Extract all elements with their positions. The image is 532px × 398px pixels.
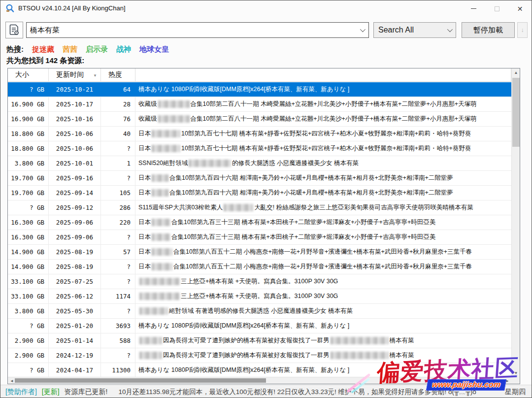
row-size: 3.800 GB [8,304,49,318]
censored-blur [152,263,172,270]
censored-blur [331,337,389,344]
row-date: 2025-10-21 [49,82,101,97]
row-size: 3.800 GB [8,156,49,170]
table-row[interactable]: 3.800 GB 2025-05-30 ? 絕對領域 有著透明感的修長大腿誘惑 … [8,304,511,319]
table-row[interactable]: ? GB 2025-01-20 3693 橋本ありな 1080P刮削收藏版[DM… [8,319,511,333]
table-row[interactable]: 2.900 GB 2024-12-19 ? 因為長得太可愛了遭到嫉妒的橋本有菜被… [8,348,511,363]
table-row[interactable]: ? GB 2025-10-21 64 橋本ありな 1080P刮削收藏版[DMM原… [8,82,511,97]
row-date: 2025-09-06 [49,230,101,244]
table-row[interactable]: ? GB 2024-04-17 11300 橋本ありな 1080P刮削收藏版[D… [8,363,511,377]
censored-blur [152,189,168,197]
table-row[interactable]: 33.100 GB 2025-06-12 1174 三上悠亞+橋本有菜 +天使萌… [8,289,511,304]
maximize-button[interactable] [485,0,508,17]
status-bar: [赞助作者] [更新] 资源库已更新! 10月还差1135.98元才能回本，最近… [0,385,532,398]
row-size: 33.100 GB [8,274,49,289]
row-date: 2025-10-06 [49,127,101,141]
row-date: 2025-10-17 [49,97,101,111]
row-date: 2025-08-19 [49,260,101,274]
row-size: ? GB [8,363,49,377]
row-heat: 220 [101,215,135,230]
table-row[interactable]: ? GB 2025-09-12 286 S115週年SP大共演03榨乾素人大亂交… [8,200,511,215]
chevron-down-icon [360,27,366,32]
table-header: 大小 更新时间 ▼ 热度 [8,68,520,82]
minimize-button[interactable] [462,0,485,17]
row-title: 三上悠亞+橋本有菜 +天使萌。寫真合集。3100P 30V 30G [135,289,511,303]
horizontal-scroll-thumb[interactable] [15,378,266,383]
table-row[interactable]: 16.900 GB 2025-10-16 76 收藏级合集10部第二百八十一期 … [8,112,511,127]
engine-select[interactable]: Search All [373,22,456,38]
scroll-down-icon[interactable]: ▼ [512,369,520,377]
table-row[interactable]: 3.800 GB 2025-10-01 1 SSNI520絕對領域 的修長大腿誘… [8,156,511,171]
censored-blur [152,174,168,182]
row-heat: 3693 [101,319,135,333]
row-date: 2025-10-16 [49,112,101,126]
column-header-date[interactable]: 更新时间 ▼ [49,68,101,81]
hot-search-item[interactable]: 捉迷藏 [32,45,54,54]
horizontal-scrollbar[interactable]: ◄ ► [8,377,520,384]
row-size: 33.100 GB [8,289,49,303]
row-title: 三上悠亞+橋本有菜 +天使萌。寫真合集。3100P 30V 30G [135,274,511,289]
search-value: 橋本有菜 [27,26,356,35]
close-icon: ✕ [517,5,523,13]
row-date: 2025-09-14 [49,186,101,200]
row-heat: 286 [101,200,135,215]
row-date: 2025-10-01 [49,156,101,170]
chevron-down-icon [447,27,453,32]
scroll-up-icon[interactable]: ▲ [512,68,520,76]
row-date: 2025-08-19 [49,245,101,259]
search-dropdown-button[interactable] [356,28,368,32]
scroll-right-icon[interactable]: ► [503,377,511,384]
sort-desc-icon: ▼ [93,73,97,78]
row-title: 橋本ありな 1080P刮削收藏版[DMM原档]x264[桥本有菜、新有菜、新あり… [135,363,511,377]
table-row[interactable]: 16.300 GB 2025-09-06 ? 日本合集10部第九百三十三期 橋本… [8,230,511,245]
table-row[interactable]: 14.900 GB 2025-08-19 57 日本合集10部第八百五十二期 小… [8,245,511,260]
app-window: BTSOU v24.10.24 [All By KiongChan] ✕ 橋本有… [0,0,532,398]
engine-dropdown-button[interactable] [443,28,456,32]
sponsor-link[interactable]: [赞助作者] [5,388,37,397]
vertical-scroll-thumb[interactable] [512,78,520,147]
row-date: 2024-12-19 [49,348,101,363]
table-row[interactable]: 2.900 GB 2025-01-14 588 因為長得太可愛了遭到嫉妒的橋本有… [8,333,511,348]
close-button[interactable]: ✕ [508,0,532,17]
row-heat: 105 [101,186,135,200]
load-spinner-button[interactable]: ↓ [517,22,528,38]
column-header-heat[interactable]: 热度 [101,68,135,81]
row-heat: ? [101,141,135,156]
row-date: 2025-01-20 [49,319,101,333]
row-heat: ? [101,260,135,274]
table-row[interactable]: 18.800 GB 2025-10-06 ? 日本10部第九百七十七期 橋本有菜… [8,141,511,156]
row-size: 2.900 GB [8,333,49,348]
pause-load-button[interactable]: 暫停加載 [462,22,515,38]
row-title: 日本合集10部第八百五十二期 小梅惠奈+南條一花+月野琴音+濱邊彌生+橋本有菜+… [135,260,511,274]
censored-blur [139,293,180,300]
row-title: 因為長得太可愛了遭到嫉妒的橋本有菜被好友報復找了一群男 橋本有菜 [135,348,511,363]
search-settings-button[interactable] [5,22,23,38]
row-heat: 588 [101,333,135,348]
row-size: 18.800 GB [8,141,49,156]
result-summary: 共为您找到 142 条资源: [6,56,84,66]
update-link[interactable]: [更新] [42,388,60,397]
hot-search-item[interactable]: 茜茜 [63,45,77,54]
hot-search-item[interactable]: 战神 [116,45,131,54]
row-heat: ? [101,230,135,244]
table-row[interactable]: 19.700 GB 2025-09-14 105 日本合集10部第九百四十六期 … [8,186,511,200]
hot-search-item[interactable]: 地球女皇 [139,45,169,54]
row-size: 16.300 GB [8,215,49,230]
window-title: BTSOU v24.10.24 [All By KiongChan] [18,4,126,12]
column-header-size[interactable]: 大小 [8,68,49,81]
hot-search-label: 热搜: [6,45,24,54]
row-title: 日本10部第九百七十七期 橋本有菜+靜香+佐野梨花+四宮桃子+柏木小夏+牧野麗奈… [135,141,511,156]
vertical-scrollbar[interactable]: ▲ ▼ [511,68,520,377]
column-header-title[interactable] [135,68,511,81]
hot-search-item[interactable]: 启示录 [86,45,108,54]
table-row[interactable]: 33.100 GB 2025-07-25 ? 三上悠亞+橋本有菜 +天使萌。寫真… [8,274,511,289]
table-row[interactable]: 18.800 GB 2025-10-06 40 日本10部第九百七十七期 橋本有… [8,127,511,141]
row-heat: 64 [101,82,135,97]
row-heat: ? [101,348,135,363]
table-row[interactable]: 14.900 GB 2025-08-19 ? 日本合集10部第八百五十二期 小梅… [8,260,511,274]
table-row[interactable]: 16.900 GB 2025-10-17 28 收藏级合集10部第二百八十一期 … [8,97,511,112]
search-input[interactable]: 橋本有菜 [26,22,369,38]
table-row[interactable]: 19.700 GB 2025-09-16 ? 日本合集10部第九百四十六期 相澤… [8,171,511,186]
row-title: S115週年SP大共演03榨乾素人大亂交! 粉絲感謝祭之旅三上悠亞彩美旬果葵司吉… [135,200,511,215]
table-row[interactable]: 16.300 GB 2025-09-06 220 日本合集10部第九百三十三期 … [8,215,511,230]
